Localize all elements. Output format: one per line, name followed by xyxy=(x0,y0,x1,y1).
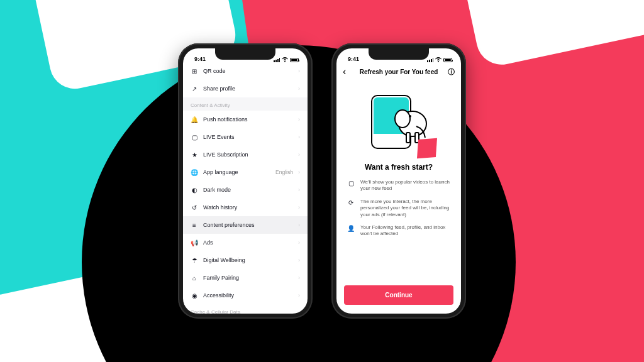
settings-row-share-profile[interactable]: ↗Share profile› xyxy=(183,80,308,97)
chevron-right-icon: › xyxy=(298,204,300,211)
settings-row-qr-code[interactable]: ⊞QR code› xyxy=(183,62,308,80)
row-label: Digital Wellbeing xyxy=(203,257,293,263)
ads-icon: 📢 xyxy=(191,239,198,246)
settings-row-app-language[interactable]: 🌐App languageEnglish› xyxy=(183,163,308,181)
live-icon: ▢ xyxy=(191,133,198,141)
nav-title: Refresh your For You feed xyxy=(352,69,446,75)
row-label: LIVE Events xyxy=(203,134,293,140)
signal-icon xyxy=(427,58,433,62)
share-icon: ↗ xyxy=(191,85,198,92)
settings-list[interactable]: ⊞QR code›↗Share profile› Content & Activ… xyxy=(183,62,308,314)
headline: Want a fresh start? xyxy=(336,163,461,172)
chevron-right-icon: › xyxy=(298,187,300,193)
chevron-right-icon: › xyxy=(298,85,300,92)
row-label: QR code xyxy=(203,68,293,74)
benefit-text: We'll show you popular videos to launch … xyxy=(360,179,451,192)
qr-icon: ⊞ xyxy=(191,67,198,75)
notch xyxy=(215,48,275,60)
phone-right-screen: 9:41 ‹ Refresh your For You feed ⓘ xyxy=(336,48,461,314)
row-label: Ads xyxy=(203,239,293,246)
settings-row-dark-mode[interactable]: ◐Dark mode› xyxy=(183,181,308,199)
wifi-icon xyxy=(282,57,288,62)
benefit-text: Your Following feed, profile, and inbox … xyxy=(360,224,451,238)
wellbeing-icon: ☂ xyxy=(191,256,198,264)
row-label: Dark mode xyxy=(203,187,293,193)
section-header-content-activity: Content & Activity xyxy=(183,97,308,111)
language-icon: 🌐 xyxy=(191,168,198,176)
row-label: Content preferences xyxy=(203,222,293,228)
livesub-icon: ★ xyxy=(191,151,198,158)
illustration-flag xyxy=(417,138,437,158)
row-label: Push notifications xyxy=(203,116,293,123)
nav-bar: ‹ Refresh your For You feed ⓘ xyxy=(336,62,461,81)
settings-row-family-pairing[interactable]: ⌂Family Pairing› xyxy=(183,269,308,287)
chevron-right-icon: › xyxy=(298,275,300,281)
status-time: 9:41 xyxy=(348,56,359,62)
chevron-right-icon: › xyxy=(298,239,300,246)
row-label: Accessibility xyxy=(203,292,293,299)
settings-row-content-preferences[interactable]: ≡Content preferences› xyxy=(183,216,308,234)
illustration xyxy=(361,92,436,155)
status-indicators xyxy=(274,57,299,62)
svg-point-1 xyxy=(395,110,410,128)
refresh-icon: ⟳ xyxy=(347,199,355,218)
phone-left-screen: 9:41 ⊞QR code›↗Share profile› Content & … xyxy=(183,48,308,314)
settings-row-watch-history[interactable]: ↺Watch history› xyxy=(183,199,308,216)
benefit-item: ▢We'll show you popular videos to launch… xyxy=(347,179,451,192)
chevron-right-icon: › xyxy=(298,151,300,158)
benefit-item: ⟳The more you interact, the more persona… xyxy=(347,199,451,218)
wifi-icon xyxy=(435,57,441,62)
video-icon: ▢ xyxy=(347,179,355,192)
phone-mockups: 9:41 ⊞QR code›↗Share profile› Content & … xyxy=(178,43,466,319)
chevron-right-icon: › xyxy=(298,68,300,74)
row-label: Watch history xyxy=(203,204,293,211)
notch xyxy=(369,48,429,60)
settings-row-push-notifications[interactable]: 🔔Push notifications› xyxy=(183,111,308,128)
settings-row-ads[interactable]: 📢Ads› xyxy=(183,234,308,251)
row-value: English xyxy=(275,169,293,175)
row-label: LIVE Subscription xyxy=(203,151,293,158)
chevron-right-icon: › xyxy=(298,292,300,299)
settings-row-accessibility[interactable]: ◉Accessibility› xyxy=(183,287,308,304)
continue-button[interactable]: Continue xyxy=(344,285,453,305)
benefits-list: ▢We'll show you popular videos to launch… xyxy=(336,179,461,238)
chevron-right-icon: › xyxy=(298,222,300,228)
dark-icon: ◐ xyxy=(191,186,198,194)
accessibility-icon: ◉ xyxy=(191,292,198,299)
history-icon: ↺ xyxy=(191,204,198,211)
content-icon: ≡ xyxy=(191,221,198,229)
battery-icon xyxy=(290,58,299,62)
section-header-cache: Cache & Cellular Data xyxy=(183,304,308,314)
person-icon: 👤 xyxy=(347,224,355,238)
phone-left: 9:41 ⊞QR code›↗Share profile› Content & … xyxy=(178,43,313,319)
bell-icon: 🔔 xyxy=(191,116,198,123)
chevron-right-icon: › xyxy=(298,169,300,175)
row-label: Family Pairing xyxy=(203,275,293,281)
row-label: App language xyxy=(203,169,270,175)
status-time: 9:41 xyxy=(194,56,206,62)
phone-right: 9:41 ‹ Refresh your For You feed ⓘ xyxy=(331,43,466,319)
chevron-right-icon: › xyxy=(298,134,300,140)
settings-row-live-events[interactable]: ▢LIVE Events› xyxy=(183,128,308,146)
signal-icon xyxy=(274,58,280,62)
svg-rect-3 xyxy=(406,133,410,143)
settings-row-digital-wellbeing[interactable]: ☂Digital Wellbeing› xyxy=(183,251,308,269)
chevron-right-icon: › xyxy=(298,257,300,263)
row-label: Share profile xyxy=(203,85,293,92)
info-button[interactable]: ⓘ xyxy=(446,67,455,77)
svg-point-2 xyxy=(409,115,411,118)
back-button[interactable]: ‹ xyxy=(343,66,352,77)
chevron-right-icon: › xyxy=(298,116,300,123)
family-icon: ⌂ xyxy=(191,274,198,282)
battery-icon xyxy=(443,58,452,62)
benefit-item: 👤Your Following feed, profile, and inbox… xyxy=(347,224,451,238)
benefit-text: The more you interact, the more personal… xyxy=(360,199,451,218)
status-indicators xyxy=(427,57,452,62)
settings-row-live-subscription[interactable]: ★LIVE Subscription› xyxy=(183,146,308,163)
